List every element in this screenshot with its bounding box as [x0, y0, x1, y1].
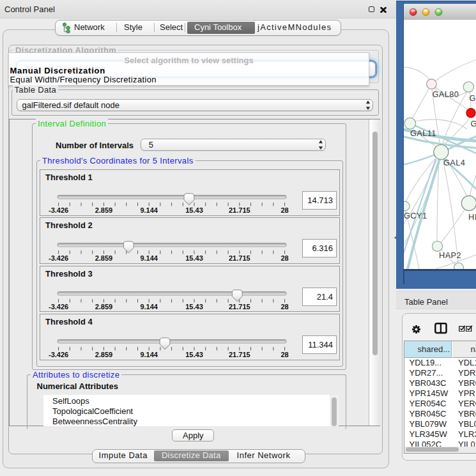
- svg-text:GAL4: GAL4: [443, 158, 465, 167]
- svg-text:21.715: 21.715: [229, 254, 250, 262]
- svg-text:HIS: HIS: [468, 212, 476, 222]
- svg-text:9.144: 9.144: [140, 254, 158, 262]
- svg-text:21.715: 21.715: [229, 303, 250, 311]
- svg-text:2.859: 2.859: [95, 206, 113, 214]
- svg-text:GA: GA: [469, 93, 476, 103]
- svg-text:28: 28: [280, 254, 288, 262]
- svg-text:15.43: 15.43: [185, 254, 203, 262]
- svg-text:2.859: 2.859: [95, 351, 113, 358]
- svg-text:15.43: 15.43: [185, 351, 203, 358]
- svg-text:15.43: 15.43: [185, 303, 203, 311]
- svg-text:28: 28: [280, 303, 288, 311]
- svg-text:G: G: [471, 119, 476, 128]
- svg-text:15.43: 15.43: [185, 206, 203, 214]
- svg-text:GCY1: GCY1: [404, 211, 427, 220]
- svg-text:-3.426: -3.426: [49, 303, 68, 311]
- svg-text:2.859: 2.859: [95, 303, 113, 311]
- svg-text:-3.426: -3.426: [49, 351, 68, 358]
- svg-text:HAP2: HAP2: [439, 250, 461, 260]
- svg-text:GAL11: GAL11: [410, 128, 436, 138]
- svg-text:9.144: 9.144: [140, 206, 158, 214]
- svg-text:21.715: 21.715: [229, 351, 250, 358]
- svg-text:-3.426: -3.426: [49, 254, 68, 262]
- svg-text:GAL80: GAL80: [433, 89, 459, 99]
- svg-text:-3.426: -3.426: [49, 206, 68, 214]
- svg-text:9.144: 9.144: [140, 351, 158, 358]
- svg-text:21.715: 21.715: [229, 206, 250, 214]
- svg-text:9.144: 9.144: [140, 303, 158, 311]
- svg-text:28: 28: [280, 206, 288, 214]
- svg-text:2.859: 2.859: [95, 254, 113, 262]
- svg-text:28: 28: [280, 351, 288, 358]
